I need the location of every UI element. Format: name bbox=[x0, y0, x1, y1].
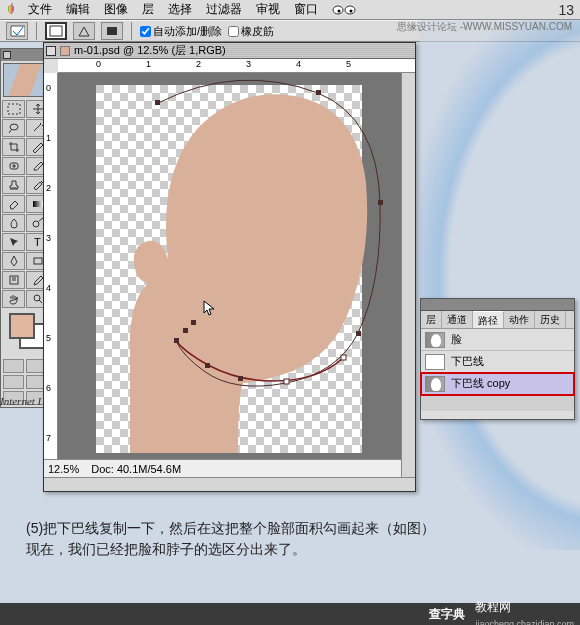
svg-rect-24 bbox=[183, 328, 188, 333]
watermark-text: 思缘设计论坛 -WWW.MISSYUAN.COM bbox=[397, 20, 572, 34]
menu-edit[interactable]: 编辑 bbox=[60, 0, 96, 19]
document-window: m-01.psd @ 12.5% (层 1,RGB) 0 1 2 3 4 5 0… bbox=[43, 42, 416, 492]
path-thumb-icon bbox=[425, 376, 445, 392]
tool-preset-button[interactable] bbox=[6, 22, 28, 40]
tutorial-caption: (5)把下巴线复制一下，然后在这把整个脸部面积勾画起来（如图） 现在，我们已经把… bbox=[26, 518, 546, 560]
crop-tool[interactable] bbox=[2, 138, 25, 156]
menu-select[interactable]: 选择 bbox=[162, 0, 198, 19]
svg-text:T: T bbox=[34, 236, 41, 248]
canvas[interactable] bbox=[58, 73, 401, 459]
page-footer: 查字典 教程网jiaocheng.chazidian.com bbox=[0, 603, 580, 625]
ruler-vertical[interactable]: 0 1 2 3 4 5 6 7 bbox=[44, 73, 58, 459]
shape-mode-fill-button[interactable] bbox=[101, 22, 123, 40]
path-item-chin-copy[interactable]: 下巴线 copy bbox=[421, 373, 574, 395]
svg-rect-6 bbox=[8, 104, 20, 114]
stamp-tool[interactable] bbox=[2, 176, 25, 194]
tab-layers[interactable]: 层 bbox=[421, 311, 442, 328]
heal-tool[interactable] bbox=[2, 157, 25, 175]
svg-rect-8 bbox=[33, 201, 43, 207]
auto-add-delete-checkbox[interactable]: 自动添加/删除 bbox=[140, 24, 222, 39]
svg-point-2 bbox=[338, 9, 341, 12]
svg-rect-5 bbox=[107, 27, 117, 35]
tab-actions[interactable]: 动作 bbox=[504, 311, 535, 328]
pen-tool[interactable] bbox=[2, 252, 25, 270]
hand-tool[interactable] bbox=[2, 290, 25, 308]
svg-rect-22 bbox=[238, 376, 243, 381]
marquee-tool[interactable] bbox=[2, 100, 25, 118]
path-select-tool[interactable] bbox=[2, 233, 25, 251]
svg-rect-15 bbox=[316, 90, 321, 95]
rubber-band-checkbox[interactable]: 橡皮筋 bbox=[228, 24, 274, 39]
svg-rect-4 bbox=[50, 26, 62, 36]
svg-rect-19 bbox=[341, 355, 346, 360]
tab-history[interactable]: 历史 bbox=[535, 311, 566, 328]
eraser-tool[interactable] bbox=[2, 195, 25, 213]
path-label: 下巴线 copy bbox=[451, 376, 510, 391]
svg-rect-17 bbox=[356, 331, 361, 336]
foreground-color[interactable] bbox=[9, 313, 35, 339]
tab-paths[interactable]: 路径 bbox=[473, 311, 504, 328]
panel-header[interactable] bbox=[421, 299, 574, 311]
menu-image[interactable]: 图像 bbox=[98, 0, 134, 19]
color-swatch[interactable] bbox=[3, 313, 47, 355]
path-item-face[interactable]: 脸 bbox=[421, 329, 574, 351]
apple-menu-icon[interactable] bbox=[2, 2, 20, 18]
path-mode-button[interactable] bbox=[45, 22, 67, 40]
menu-layer[interactable]: 层 bbox=[136, 0, 160, 19]
menu-window[interactable]: 窗口 bbox=[288, 0, 324, 19]
toolbox-close-button[interactable] bbox=[3, 51, 11, 59]
panel-tabs: 层 通道 路径 动作 历史 bbox=[421, 311, 574, 329]
menu-view[interactable]: 审视 bbox=[250, 0, 286, 19]
canvas-artwork bbox=[58, 73, 401, 459]
svg-rect-16 bbox=[378, 200, 383, 205]
window-title: m-01.psd @ 12.5% (层 1,RGB) bbox=[74, 43, 226, 58]
shape-mode-shapes-button[interactable] bbox=[73, 22, 95, 40]
menubar: 文件 编辑 图像 层 选择 过滤器 审视 窗口 13 bbox=[0, 0, 580, 20]
scrollbar-horizontal[interactable] bbox=[44, 477, 415, 491]
footer-url: jiaocheng.chazidian.com bbox=[475, 619, 574, 626]
tab-channels[interactable]: 通道 bbox=[442, 311, 473, 328]
svg-rect-11 bbox=[34, 258, 42, 264]
svg-point-3 bbox=[350, 9, 353, 12]
blur-tool[interactable] bbox=[2, 214, 25, 232]
scrollbar-vertical[interactable] bbox=[401, 73, 415, 477]
zoom-level[interactable]: 12.5% bbox=[48, 463, 79, 475]
ruler-horizontal[interactable]: 0 1 2 3 4 5 bbox=[58, 59, 415, 73]
path-label: 脸 bbox=[451, 332, 462, 347]
path-label: 下巴线 bbox=[451, 354, 484, 369]
eyes-icon[interactable] bbox=[330, 3, 358, 17]
menu-file[interactable]: 文件 bbox=[22, 0, 58, 19]
path-thumb-icon bbox=[425, 332, 445, 348]
svg-rect-21 bbox=[205, 363, 210, 368]
panel-footer bbox=[421, 395, 574, 411]
lasso-tool[interactable] bbox=[2, 119, 25, 137]
footer-brand2: 教程网 bbox=[475, 600, 511, 614]
svg-rect-14 bbox=[155, 100, 160, 105]
svg-rect-20 bbox=[174, 338, 179, 343]
notes-tool[interactable] bbox=[2, 271, 25, 289]
paths-panel: 层 通道 路径 动作 历史 脸 下巴线 下巴线 copy bbox=[420, 298, 575, 420]
menu-filter[interactable]: 过滤器 bbox=[200, 0, 248, 19]
screenmode-standard[interactable] bbox=[3, 375, 24, 389]
svg-rect-23 bbox=[191, 320, 196, 325]
window-doc-icon bbox=[60, 46, 70, 56]
quickmask-off[interactable] bbox=[3, 359, 24, 373]
doc-info: Doc: 40.1M/54.6M bbox=[91, 463, 181, 475]
svg-rect-18 bbox=[284, 379, 289, 384]
path-thumb-icon bbox=[425, 354, 445, 370]
ie-label: Internet I bbox=[0, 395, 41, 407]
path-item-chin[interactable]: 下巴线 bbox=[421, 351, 574, 373]
status-bar: 12.5% Doc: 40.1M/54.6M bbox=[44, 459, 401, 477]
toolbox-preview bbox=[3, 63, 47, 97]
window-close-button[interactable] bbox=[46, 46, 56, 56]
menubar-right-number: 13 bbox=[558, 2, 574, 18]
footer-brand: 查字典 bbox=[429, 606, 465, 623]
svg-point-9 bbox=[33, 221, 39, 227]
